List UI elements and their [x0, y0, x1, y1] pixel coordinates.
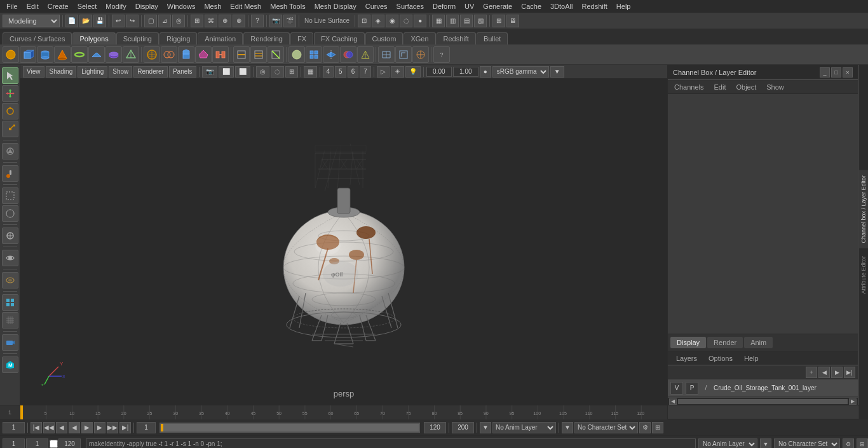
layer-add-btn[interactable]: + — [806, 367, 817, 378]
shelf-torus[interactable] — [71, 46, 88, 63]
vp-render-mode[interactable]: 4 — [323, 66, 334, 78]
menu-mesh-display[interactable]: Mesh Display — [311, 1, 360, 11]
marquee-sel-btn[interactable] — [2, 187, 18, 204]
redo-btn[interactable]: ↪ — [126, 15, 139, 27]
frame-checkbox[interactable] — [50, 440, 58, 448]
anim-layer-arrow-btn[interactable]: ▼ — [760, 438, 771, 449]
shelf-extrude[interactable] — [178, 46, 194, 63]
tab-bullet[interactable]: Bullet — [477, 32, 508, 44]
vp-resolution[interactable]: ⬜ — [235, 66, 250, 78]
menu-display[interactable]: Display — [132, 1, 162, 11]
undo-btn[interactable]: ↩ — [112, 15, 125, 27]
menu-windows[interactable]: Windows — [163, 1, 200, 11]
menu-modify[interactable]: Modify — [102, 1, 130, 11]
tab-rigging[interactable]: Rigging — [159, 32, 197, 44]
rotate-tool-btn[interactable] — [2, 103, 18, 119]
layer-back-btn[interactable]: ◀ — [818, 367, 830, 378]
paint-tool-btn[interactable] — [2, 165, 18, 182]
tab-display[interactable]: Display — [670, 337, 706, 348]
pb-next-key[interactable]: ▶▶ — [107, 422, 118, 433]
lasso-btn[interactable]: ⊿ — [158, 15, 171, 27]
max-frame-input[interactable] — [452, 422, 474, 433]
pb-next-frame[interactable]: ▶ — [94, 422, 105, 433]
cb-minimize[interactable]: _ — [820, 67, 830, 78]
menu-edit[interactable]: Edit — [23, 1, 43, 11]
anim-layer-select[interactable]: No Anim Layer — [492, 422, 556, 433]
timeline-ruler[interactable]: 5 10 15 20 25 30 35 40 45 50 5 — [20, 405, 667, 419]
tab-anim[interactable]: Anim — [744, 337, 773, 348]
layer-visibility-btn[interactable]: V — [670, 382, 683, 395]
range-end-input[interactable] — [424, 422, 446, 433]
vp-isolate[interactable]: ◎ — [256, 66, 269, 78]
char-set-settings-btn[interactable]: ⚙ — [843, 438, 854, 449]
shelf-plane[interactable] — [88, 46, 105, 63]
component-mode-btn[interactable] — [2, 294, 18, 311]
lighting-menu[interactable]: Lighting — [78, 66, 107, 78]
shelf-xform-constraints[interactable] — [412, 46, 429, 63]
camera-btn[interactable]: 📷 — [269, 15, 282, 27]
exposure-input[interactable] — [453, 67, 478, 77]
shelf-insert-loop[interactable] — [233, 46, 250, 63]
shelf-multi-cut[interactable] — [268, 46, 284, 63]
cb-expand[interactable]: □ — [831, 67, 841, 78]
snap-curve-btn[interactable]: ⌘ — [205, 15, 217, 27]
viewport-canvas[interactable]: φOil — [20, 79, 667, 405]
menu-uv[interactable]: UV — [461, 1, 478, 11]
current-frame-input[interactable] — [3, 422, 25, 433]
tab-render[interactable]: Render — [707, 337, 743, 348]
menu-file[interactable]: File — [3, 1, 22, 11]
layer-end-btn[interactable]: ▶| — [844, 367, 855, 378]
iso-btn[interactable]: ◈ — [372, 15, 384, 27]
channel-nav-object[interactable]: Object — [732, 82, 760, 92]
save-scene-btn[interactable]: 💾 — [93, 15, 106, 27]
menu-generate[interactable]: Generate — [479, 1, 516, 11]
menu-mesh-tools[interactable]: Mesh Tools — [266, 1, 309, 11]
show-menu[interactable]: Show — [109, 66, 132, 78]
pb-char-set-arrow[interactable]: ▼ — [562, 422, 573, 433]
vp-light[interactable]: 💡 — [405, 66, 421, 78]
grid-size-btn[interactable] — [2, 312, 18, 329]
layout2-btn[interactable]: ▥ — [446, 15, 459, 27]
shelf-cone[interactable] — [54, 46, 71, 63]
scroll-track[interactable] — [678, 399, 848, 404]
tab-xgen[interactable]: XGen — [403, 32, 435, 44]
command-line[interactable] — [86, 438, 696, 449]
input-btn[interactable]: ? — [251, 15, 264, 27]
vp-viewport-layout[interactable]: ▦ — [304, 66, 317, 78]
scroll-right-btn[interactable]: ▶ — [849, 398, 857, 405]
view-menu[interactable]: View — [23, 66, 44, 78]
shelf-sphere[interactable] — [3, 46, 19, 63]
select-tool-btn[interactable] — [2, 67, 18, 84]
shade-btn[interactable]: ● — [414, 15, 426, 27]
shelf-reduce[interactable] — [357, 46, 374, 63]
layout3-btn[interactable]: ▤ — [460, 15, 473, 27]
pb-play-fwd[interactable]: ▶ — [81, 422, 93, 433]
wire-btn[interactable]: ◌ — [400, 15, 412, 27]
menu-select[interactable]: Select — [74, 1, 101, 11]
menu-surfaces[interactable]: Surfaces — [393, 1, 428, 11]
vp-xray[interactable]: ◌ — [271, 66, 284, 78]
panels-menu[interactable]: Panels — [169, 66, 196, 78]
scroll-left-btn[interactable]: ◀ — [669, 398, 677, 405]
right-panel-scrollbar[interactable]: ◀ ▶ — [668, 397, 858, 405]
snap-grid-btn[interactable]: ⊞ — [191, 15, 203, 27]
menu-help[interactable]: Help — [613, 1, 635, 11]
range-slider[interactable] — [159, 423, 420, 433]
snap-view-btn[interactable]: ⊗ — [233, 15, 245, 27]
select-mode-btn[interactable]: ▢ — [144, 15, 157, 27]
frame-input-1[interactable] — [3, 438, 25, 449]
channel-nav-show[interactable]: Show — [763, 82, 788, 92]
tab-redshift[interactable]: Redshift — [437, 32, 476, 44]
menu-cache[interactable]: Cache — [517, 1, 545, 11]
edge-tab-attribute[interactable]: Attribute Editor — [859, 251, 868, 299]
pb-anim-layer-arrow[interactable]: ▼ — [480, 422, 491, 433]
layer-fwd-btn[interactable]: ▶ — [831, 367, 843, 378]
vp-hdr-toggle[interactable]: ● — [480, 66, 491, 78]
frame-input-2[interactable] — [26, 438, 48, 449]
menu-edit-mesh[interactable]: Edit Mesh — [226, 1, 265, 11]
layers-nav-help[interactable]: Help — [741, 354, 762, 363]
cb-close[interactable]: × — [843, 67, 853, 78]
vp-shade-mode[interactable]: 6 — [348, 66, 359, 78]
pb-char-prefs[interactable]: ⚙ — [639, 422, 651, 433]
renderer-menu[interactable]: Renderer — [133, 66, 168, 78]
